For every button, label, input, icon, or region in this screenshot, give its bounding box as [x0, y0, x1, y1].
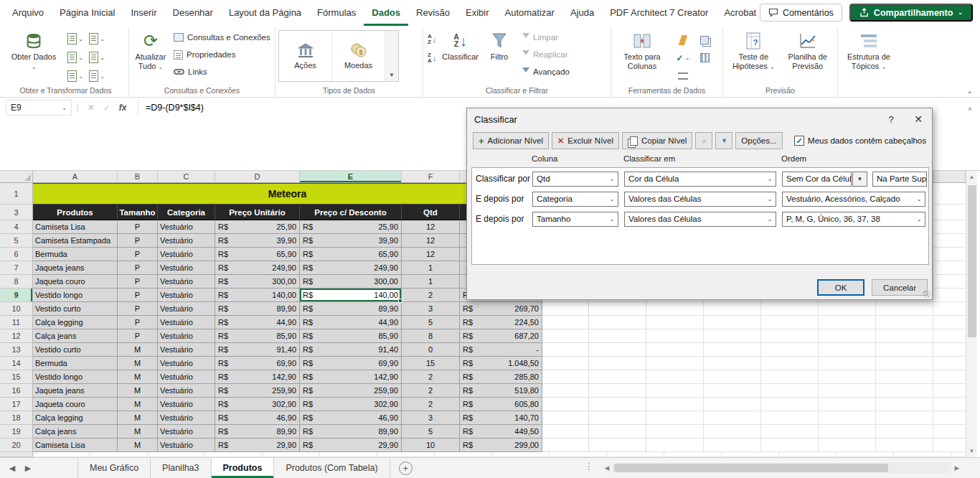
- cell-F8[interactable]: 1: [402, 275, 460, 289]
- cell-G13[interactable]: R$-: [460, 343, 542, 357]
- cancel-entry-button[interactable]: ✕: [83, 103, 99, 113]
- horizontal-scrollbar[interactable]: ◀ ▶: [601, 461, 963, 475]
- cell-D6[interactable]: R$65,90: [215, 248, 300, 261]
- cell-A11[interactable]: Calça legging: [33, 316, 118, 329]
- cell-H11[interactable]: [542, 316, 589, 329]
- cell-C15[interactable]: Vestuário: [158, 370, 215, 384]
- gallery-more-button[interactable]: ▼: [385, 31, 398, 81]
- cell-I18[interactable]: [589, 411, 646, 425]
- cell-B12[interactable]: P: [118, 329, 158, 343]
- move-level-down-button[interactable]: ▼: [715, 132, 732, 149]
- level-3-order-select[interactable]: P, M, G, Único, 36, 37, 38⌄: [782, 212, 925, 227]
- cell-F9[interactable]: 2: [402, 289, 460, 302]
- collapse-ribbon-button[interactable]: ⌄: [967, 87, 973, 95]
- cell-E9[interactable]: R$140,00: [300, 289, 402, 302]
- ribbon-tab-p-gina-inicial[interactable]: Página Inicial: [52, 0, 123, 26]
- data-source-button[interactable]: ⌄: [86, 29, 108, 48]
- cell-F14[interactable]: 15: [402, 357, 460, 370]
- col-header-C[interactable]: C: [158, 171, 215, 183]
- cell-C19[interactable]: Vestuário: [158, 425, 215, 439]
- cell-H13[interactable]: [542, 343, 589, 357]
- cell-G12[interactable]: R$687,20: [460, 329, 542, 343]
- row-header-11[interactable]: 11: [0, 316, 33, 329]
- cell-G20[interactable]: R$299,00: [460, 439, 542, 452]
- cell-D7[interactable]: R$249,90: [215, 261, 300, 275]
- advanced-filter-button[interactable]: Avançado: [519, 63, 573, 80]
- cell-A16[interactable]: Jaqueta jeans: [33, 384, 118, 398]
- flash-fill-button[interactable]: [672, 31, 694, 49]
- data-validation-button[interactable]: ✓⌄: [672, 49, 694, 67]
- cell-D8[interactable]: R$300,00: [215, 275, 300, 289]
- sheet-tab-produtos-com-tabela-[interactable]: Produtos (Com Tabela): [274, 458, 390, 478]
- comments-button[interactable]: Comentários: [760, 4, 842, 22]
- cell-H10[interactable]: [542, 302, 589, 316]
- cell-D18[interactable]: R$46,90: [215, 411, 300, 425]
- horizontal-scroll-track[interactable]: [613, 463, 951, 473]
- scroll-up-button[interactable]: ▲: [966, 171, 977, 183]
- level-2-order-select[interactable]: Vestuário, Acessórios, Calçado⌄: [782, 192, 925, 207]
- cell-F20[interactable]: 10: [402, 439, 460, 452]
- ribbon-tab-f-rmulas[interactable]: Fórmulas: [309, 0, 364, 26]
- cell-H18[interactable]: [542, 411, 589, 425]
- cell-A10[interactable]: Vestido curto: [33, 302, 118, 316]
- cell-F7[interactable]: 1: [402, 261, 460, 275]
- ribbon-tab-layout-da-p-gina[interactable]: Layout da Página: [221, 0, 309, 26]
- cell-C13[interactable]: Vestuário: [158, 343, 215, 357]
- cell-A9[interactable]: Vestido longo: [33, 289, 118, 302]
- cell-I13[interactable]: [589, 343, 646, 357]
- sheet-tab-meu-gr-fico[interactable]: Meu Gráfico: [77, 458, 151, 478]
- row-header-12[interactable]: 12: [0, 329, 33, 343]
- cell-A6[interactable]: Bermuda: [33, 248, 118, 261]
- cell-C10[interactable]: Vestuário: [158, 302, 215, 316]
- cell-B16[interactable]: M: [118, 384, 158, 398]
- row-header-21[interactable]: [0, 452, 33, 457]
- filter-button[interactable]: Filtro: [481, 29, 518, 64]
- cell-E19[interactable]: R$89,90: [300, 425, 402, 439]
- cell-F12[interactable]: 8: [402, 329, 460, 343]
- cell-E7[interactable]: R$249,90: [300, 261, 402, 275]
- row-header-10[interactable]: 10: [0, 302, 33, 316]
- copy-level-button[interactable]: Copiar Nível: [622, 132, 692, 149]
- cell-B20[interactable]: M: [118, 439, 158, 452]
- cell-C7[interactable]: Vestuário: [158, 261, 215, 275]
- cell-C12[interactable]: Vestuário: [158, 329, 215, 343]
- ok-button[interactable]: OK: [817, 279, 864, 296]
- properties-button[interactable]: Propriedades: [171, 46, 273, 63]
- row-header-13[interactable]: 13: [0, 343, 33, 357]
- cell-E16[interactable]: R$259,90: [300, 384, 402, 398]
- cell-E4[interactable]: R$25,90: [300, 220, 402, 234]
- dialog-close-button[interactable]: ✕: [905, 108, 932, 130]
- cell-E6[interactable]: R$65,90: [300, 248, 402, 261]
- row-header-18[interactable]: 18: [0, 411, 33, 425]
- cell-F15[interactable]: 2: [402, 370, 460, 384]
- delete-level-button[interactable]: ✕Excluir Nível: [552, 132, 619, 149]
- cell-D15[interactable]: R$142,90: [215, 370, 300, 384]
- cell-D13[interactable]: R$91,40: [215, 343, 300, 357]
- cell-A20[interactable]: Camiseta Lisa: [33, 439, 118, 452]
- cell-A12[interactable]: Calça jeans: [33, 329, 118, 343]
- cell-C8[interactable]: Vestuário: [158, 275, 215, 289]
- ribbon-tab-ajuda[interactable]: Ajuda: [562, 0, 602, 26]
- text-to-columns-button[interactable]: Texto para Colunas: [614, 29, 670, 73]
- ribbon-tab-arquivo[interactable]: Arquivo: [4, 0, 52, 26]
- cell-H20[interactable]: [542, 439, 589, 452]
- row-header-5[interactable]: 5: [0, 234, 33, 248]
- scroll-down-button[interactable]: ▼: [966, 445, 977, 457]
- cell-B13[interactable]: M: [118, 343, 158, 357]
- cell-I10[interactable]: [589, 302, 646, 316]
- cell-F10[interactable]: 3: [402, 302, 460, 316]
- col-header-D[interactable]: D: [215, 171, 300, 183]
- cell-header-pre-o-unit-rio[interactable]: Preço Unitário: [215, 205, 300, 220]
- vertical-scroll-thumb[interactable]: [968, 185, 976, 337]
- cell-G16[interactable]: R$519,80: [460, 384, 542, 398]
- cell-C4[interactable]: Vestuário: [158, 220, 215, 234]
- level-1-order-select[interactable]: Sem Cor da Célula: [782, 172, 852, 187]
- cell-C18[interactable]: Vestuário: [158, 411, 215, 425]
- cell-B5[interactable]: P: [118, 234, 158, 248]
- row-header-20[interactable]: 20: [0, 439, 33, 452]
- cell-B14[interactable]: M: [118, 357, 158, 370]
- cell-I15[interactable]: [589, 370, 646, 384]
- level-1-position-select[interactable]: Na Parte Supe: [872, 172, 927, 187]
- cell-G17[interactable]: R$605,80: [460, 398, 542, 411]
- cell-B17[interactable]: M: [118, 398, 158, 411]
